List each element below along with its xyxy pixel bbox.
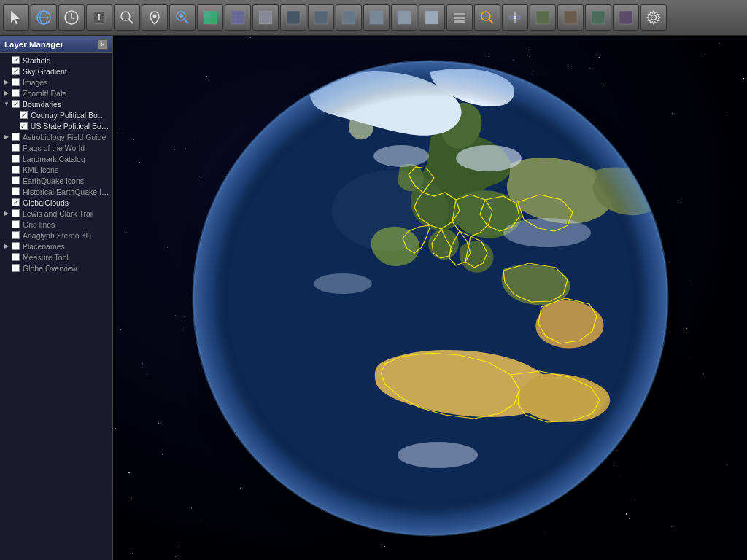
toolbar-btn-search[interactable]	[114, 4, 140, 31]
layer-checkbox-grid-lines[interactable]	[12, 220, 20, 228]
toolbar-btn-map13[interactable]	[613, 4, 639, 31]
layer-label-placenames: Placenames	[23, 242, 65, 251]
layer-item-grid-lines[interactable]: Grid lines	[0, 219, 112, 230]
layer-item-images[interactable]: ▶Images	[0, 77, 112, 88]
layer-checkbox-boundaries[interactable]	[12, 100, 20, 108]
layer-label-global-clouds: GlobalClouds	[23, 198, 69, 207]
layer-checkbox-images[interactable]	[12, 78, 20, 86]
toolbar-btn-info[interactable]: i	[86, 4, 112, 31]
layer-item-anaglyph[interactable]: Anaglyph Stereo 3D	[0, 230, 112, 241]
layer-item-historical-eq[interactable]: Historical EarthQuake Icons	[0, 186, 112, 197]
layer-label-kml-icons: KML Icons	[23, 166, 58, 174]
svg-rect-17	[204, 11, 210, 18]
layer-item-lewis-clark[interactable]: ▶Lewis and Clark Trail	[0, 208, 112, 219]
layer-expand-images[interactable]: ▶	[3, 79, 10, 86]
svg-text:i: i	[98, 12, 100, 23]
toolbar-btn-map7[interactable]	[363, 4, 390, 31]
layer-label-images: Images	[23, 78, 47, 87]
layer-checkbox-country-political[interactable]	[20, 111, 28, 119]
svg-rect-29	[398, 11, 411, 24]
layer-list: StarfieldSky Gradient▶Images▶ZoomIt! Dat…	[0, 53, 112, 560]
svg-marker-0	[11, 11, 20, 24]
layer-manager-close-button[interactable]: ×	[98, 39, 108, 50]
toolbar-btn-map11[interactable]	[557, 4, 584, 31]
layer-manager-header: Layer Manager ×	[0, 36, 112, 53]
layer-item-placenames[interactable]: ▶Placenames	[0, 241, 112, 252]
layer-item-globe-overview[interactable]: Globe Overview	[0, 262, 112, 273]
svg-rect-41	[536, 11, 549, 24]
layer-label-boundaries: Boundaries	[23, 100, 61, 109]
layer-checkbox-placenames[interactable]	[12, 242, 20, 250]
layer-label-landmark: Landmark Catalog	[23, 155, 85, 163]
layer-checkbox-lewis-clark[interactable]	[12, 209, 20, 217]
layer-item-sky-gradient[interactable]: Sky Gradient	[0, 66, 112, 77]
layer-item-measure-tool[interactable]: Measure Tool	[0, 252, 112, 262]
layer-expand-boundaries[interactable]: ▼	[3, 101, 10, 108]
toolbar-btn-map2[interactable]	[225, 4, 251, 31]
svg-line-10	[129, 20, 133, 24]
layer-expand-placenames[interactable]: ▶	[3, 243, 10, 250]
layer-item-earthquake[interactable]: EarthQuake Icons	[0, 175, 112, 186]
toolbar-btn-map4[interactable]	[280, 4, 306, 31]
toolbar-btn-layer-mgr[interactable]	[446, 4, 473, 31]
layer-checkbox-zoomit[interactable]	[12, 89, 20, 97]
layer-checkbox-earthquake[interactable]	[12, 176, 20, 184]
svg-rect-39	[510, 16, 514, 19]
layer-item-astrobiology[interactable]: ▶Astrobiology Field Guide	[0, 131, 112, 142]
layer-label-historical-eq: Historical EarthQuake Icons	[23, 187, 109, 196]
layer-checkbox-sky-gradient[interactable]	[12, 67, 20, 75]
toolbar-btn-location[interactable]	[142, 4, 168, 31]
layer-checkbox-global-clouds[interactable]	[12, 198, 20, 206]
toolbar-btn-map9[interactable]	[419, 4, 445, 31]
toolbar-btn-clock[interactable]	[58, 4, 85, 31]
layer-label-anaglyph: Anaglyph Stereo 3D	[23, 231, 91, 240]
layer-item-kml-icons[interactable]: KML Icons	[0, 164, 112, 175]
layer-expand-astrobiology[interactable]: ▶	[3, 133, 10, 141]
layer-label-lewis-clark: Lewis and Clark Trail	[23, 209, 93, 218]
svg-line-35	[489, 20, 493, 23]
layer-item-boundaries[interactable]: ▼Boundaries	[0, 98, 112, 109]
toolbar-btn-satellite[interactable]	[502, 4, 528, 31]
layer-checkbox-kml-icons[interactable]	[12, 166, 20, 174]
toolbar-btn-map1[interactable]	[197, 4, 223, 31]
layer-item-starfield[interactable]: Starfield	[0, 55, 112, 66]
layer-item-zoomit[interactable]: ▶ZoomIt! Data	[0, 88, 112, 98]
layer-label-sky-gradient: Sky Gradient	[23, 67, 67, 76]
layer-checkbox-starfield[interactable]	[12, 56, 20, 64]
svg-rect-27	[342, 11, 355, 24]
globe-area[interactable]	[113, 36, 747, 560]
svg-rect-40	[516, 16, 520, 19]
layer-item-flags[interactable]: Flags of the World	[0, 142, 112, 153]
layer-checkbox-astrobiology[interactable]	[12, 133, 20, 141]
toolbar-btn-globe[interactable]	[31, 4, 57, 31]
layer-checkbox-measure-tool[interactable]	[12, 253, 20, 261]
layer-label-globe-overview: Globe Overview	[23, 264, 77, 273]
toolbar-btn-map12[interactable]	[585, 4, 611, 31]
svg-rect-33	[454, 20, 465, 23]
toolbar-btn-map10[interactable]	[530, 4, 556, 31]
toolbar-btn-zoom[interactable]	[169, 4, 196, 31]
layer-item-us-state-political[interactable]: US State Political Bounds	[0, 120, 112, 131]
layer-checkbox-us-state-political[interactable]	[20, 122, 28, 130]
layer-manager-panel: Layer Manager × StarfieldSky Gradient▶Im…	[0, 36, 113, 560]
toolbar-btn-map6[interactable]	[336, 4, 362, 31]
layer-expand-zoomit[interactable]: ▶	[3, 90, 10, 97]
layer-checkbox-anaglyph[interactable]	[12, 231, 20, 239]
layer-expand-lewis-clark[interactable]: ▶	[3, 210, 10, 217]
layer-checkbox-historical-eq[interactable]	[12, 187, 20, 195]
toolbar-btn-magnify[interactable]	[474, 4, 500, 31]
svg-rect-19	[231, 11, 244, 24]
layer-item-country-political[interactable]: Country Political Bounds	[0, 109, 112, 120]
toolbar-btn-map8[interactable]	[391, 4, 417, 31]
svg-rect-36	[514, 16, 516, 19]
toolbar-btn-map3[interactable]	[252, 4, 279, 31]
toolbar-btn-arrow[interactable]	[3, 4, 29, 31]
layer-checkbox-landmark[interactable]	[12, 155, 20, 163]
toolbar-btn-map5[interactable]	[308, 4, 334, 31]
layer-item-landmark[interactable]: Landmark Catalog	[0, 153, 112, 164]
layer-item-global-clouds[interactable]: GlobalClouds	[0, 197, 112, 208]
toolbar-btn-settings[interactable]	[640, 4, 667, 31]
layer-checkbox-globe-overview[interactable]	[12, 264, 20, 272]
layer-checkbox-flags[interactable]	[12, 144, 20, 152]
svg-rect-44	[619, 11, 632, 24]
